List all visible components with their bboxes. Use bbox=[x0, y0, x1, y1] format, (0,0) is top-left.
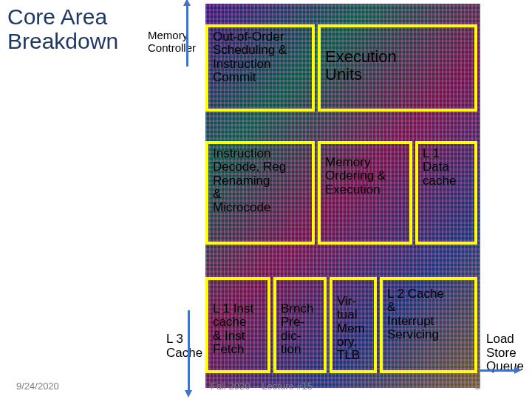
block-l1-inst: L 1 Instcache& InstFetch bbox=[205, 277, 270, 373]
footer-page: 5 bbox=[475, 381, 480, 392]
block-decode: InstructionDecode, RegRenaming&Microcode bbox=[205, 141, 315, 245]
block-l2-cache: L 2 Cache&InterruptServicing bbox=[380, 277, 477, 373]
footer-date: 9/24/2020 bbox=[16, 381, 59, 392]
arrow-down-icon bbox=[188, 310, 190, 392]
memory-controller-label: MemoryController bbox=[148, 30, 196, 54]
block-exec-units: ExecutionUnits bbox=[318, 24, 477, 112]
slide-title: Core AreaBreakdown bbox=[7, 4, 118, 53]
block-branch-pred: BrnchPre-dic-tion bbox=[273, 277, 327, 373]
die-photo: Out-of-OrderScheduling &InstructionCommi… bbox=[205, 4, 480, 388]
block-mem-order: MemoryOrdering &Execution bbox=[318, 141, 412, 245]
footer-text: Fall 2020 -- Lecture #15 bbox=[211, 381, 313, 392]
block-l1-data: L 1Datacache bbox=[415, 141, 477, 245]
arrow-up-icon bbox=[186, 4, 188, 66]
block-ooo: Out-of-OrderScheduling &InstructionCommi… bbox=[205, 24, 315, 112]
block-virtual-mem: Vir-tualMemory,TLB bbox=[330, 277, 377, 373]
l3-cache-label: L 3Cache bbox=[166, 332, 202, 360]
